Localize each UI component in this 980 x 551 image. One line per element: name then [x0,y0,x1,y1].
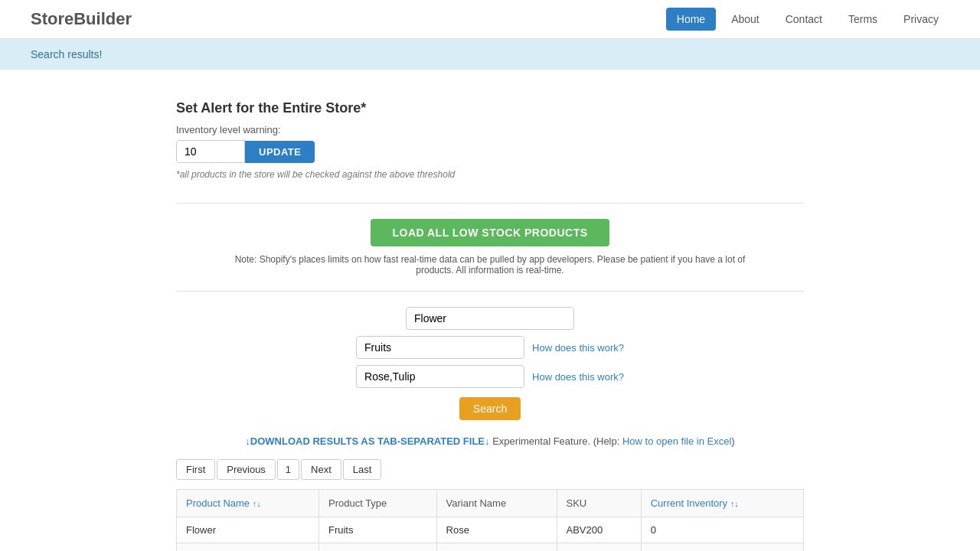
download-section: ↓DOWNLOAD RESULTS AS TAB-SEPARATED FILE↓… [176,435,804,447]
cell-product_name: Flower [177,543,319,552]
download-suffix: Experimental Feature. (Help: [492,435,622,447]
inventory-warning-input[interactable] [176,140,245,163]
pagination-top: First Previous 1 Next Last [176,459,804,480]
page-current-top: 1 [277,459,299,480]
sort-arrows: ↑↓ [253,499,261,508]
nav-link-home[interactable]: Home [666,8,716,31]
nav-link-privacy[interactable]: Privacy [893,8,949,31]
alert-label: Inventory level warning: [176,124,804,135]
product-type-input[interactable] [356,336,524,359]
cell-variant_name: Tulip [436,543,557,552]
cell-variant_name: Rose [436,517,557,543]
load-low-stock-button[interactable]: LOAD ALL LOW STOCK PRODUCTS [371,219,609,246]
nav-link-contact[interactable]: Contact [775,8,833,31]
table-header: Product Name ↑↓Product TypeVariant NameS… [177,490,804,517]
search-button[interactable]: Search [459,397,521,420]
cell-product_name: Flower [177,517,319,543]
navbar: StoreBuilder HomeAboutContactTermsPrivac… [0,0,980,39]
load-note: Note: Shopify's places limits on how fas… [222,254,758,276]
search-btn-row: Search [459,394,521,420]
how-does-this-work-link-2[interactable]: How does this work? [532,371,624,383]
next-button-top[interactable]: Next [301,459,341,480]
table-body: FlowerFruitsRoseABV2000FlowerFruitsTulip… [177,517,804,552]
how-does-this-work-link-1[interactable]: How does this work? [532,342,624,354]
product-name-input[interactable] [406,307,574,330]
last-button-top[interactable]: Last [343,459,382,480]
search-row-2: How does this work? [356,336,624,359]
main-content: Set Alert for the Entire Store* Inventor… [145,70,835,551]
cell-product_type: Fruits [318,543,436,552]
col-product-type: Product Type [318,490,436,517]
table-row: FlowerFruitsRoseABV2000 [177,517,804,543]
cell-sku [557,543,641,552]
first-button-top[interactable]: First [176,459,215,480]
nav-link-about[interactable]: About [720,8,770,31]
search-row-3: How does this work? [356,365,624,388]
brand-logo: StoreBuilder [31,9,132,29]
alert-row: UPDATE [176,140,804,163]
cell-inventory: 0 [641,543,803,552]
sort-arrows: ↑↓ [730,499,739,508]
cell-inventory: 0 [641,517,803,543]
col-product-name[interactable]: Product Name ↑↓ [177,490,319,517]
cell-product_type: Fruits [318,517,436,543]
brand-text: StoreBuilder [31,9,132,28]
results-table: Product Name ↑↓Product TypeVariant NameS… [176,489,804,551]
download-link[interactable]: ↓DOWNLOAD RESULTS AS TAB-SEPARATED FILE↓ [245,435,489,447]
alert-title: Set Alert for the Entire Store* [176,100,804,116]
cell-sku: ABV200 [557,517,641,543]
variant-name-input[interactable] [356,365,524,388]
excel-help-link[interactable]: How to open file in Excel [622,435,731,447]
nav-links: HomeAboutContactTermsPrivacy [666,8,949,31]
divider-1 [176,203,804,204]
col-sku: SKU [557,490,641,517]
load-section: LOAD ALL LOW STOCK PRODUCTS Note: Shopif… [176,219,804,276]
search-section: How does this work? How does this work? … [176,307,804,420]
col-variant-name: Variant Name [436,490,557,517]
alert-note: *all products in the store will be check… [176,169,804,180]
nav-link-terms[interactable]: Terms [838,8,888,31]
update-button[interactable]: UPDATE [245,141,315,163]
search-row-1 [406,307,574,330]
divider-2 [176,291,804,292]
close-paren: ) [731,435,734,447]
alert-bar: Search results! [0,39,980,70]
previous-button-top[interactable]: Previous [217,459,276,480]
table-header-row: Product Name ↑↓Product TypeVariant NameS… [177,490,804,517]
col-current-inventory[interactable]: Current Inventory ↑↓ [641,490,803,517]
alert-section: Set Alert for the Entire Store* Inventor… [176,100,804,180]
table-row: FlowerFruitsTulip0 [177,543,804,552]
